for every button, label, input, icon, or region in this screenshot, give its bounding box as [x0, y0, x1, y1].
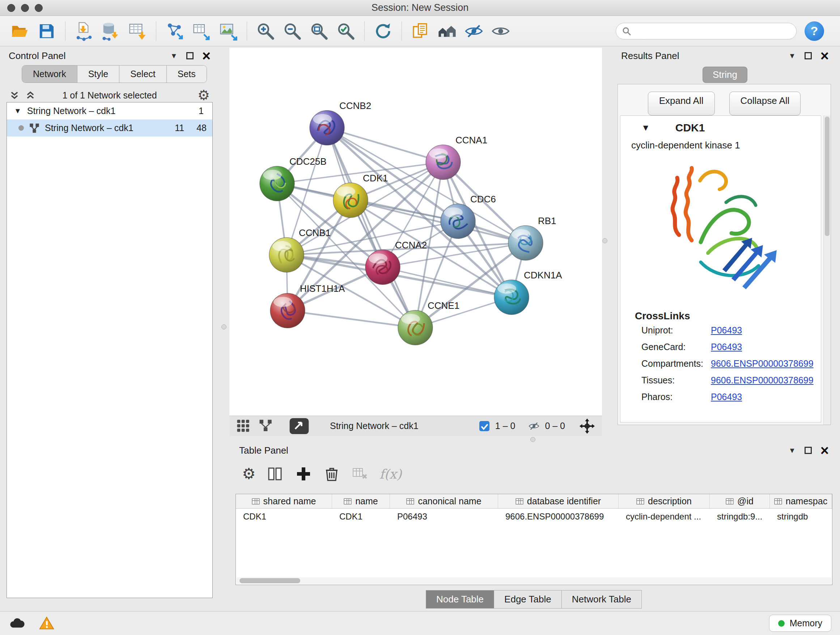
duplicate-network-button[interactable]: [409, 19, 432, 43]
zoom-out-button[interactable]: [280, 19, 304, 43]
panel-float-icon[interactable]: [805, 447, 812, 454]
crosslink-compartments[interactable]: 9606.ENSP00000378699: [711, 358, 813, 369]
network-node-HIST1H1A[interactable]: [270, 293, 305, 328]
help-button[interactable]: ?: [805, 21, 824, 41]
network-row-selected[interactable]: String Network – cdk1 11 48: [7, 119, 212, 136]
tree-expander-icon[interactable]: ▼: [14, 107, 21, 115]
gene-section-header[interactable]: ▼ CDK1: [621, 116, 821, 134]
panel-collapse-icon[interactable]: ▼: [789, 52, 796, 60]
cell-shared-name[interactable]: CDK1: [236, 509, 332, 524]
column-header-name[interactable]: name: [332, 494, 390, 508]
network-node-RB1[interactable]: [508, 226, 543, 260]
column-header-database-identifier[interactable]: database identifier: [498, 494, 619, 508]
crosslink-pharos[interactable]: P06493: [711, 392, 742, 402]
hide-selected-button[interactable]: [462, 19, 486, 43]
expand-all-icon[interactable]: [25, 90, 35, 100]
show-all-button[interactable]: [489, 19, 513, 43]
export-table-button[interactable]: [189, 19, 213, 43]
cell-name[interactable]: CDK1: [332, 509, 390, 524]
cell-canonical-name[interactable]: P06493: [390, 509, 498, 524]
delete-column-icon[interactable]: [323, 465, 340, 483]
first-neighbors-button[interactable]: [435, 19, 459, 43]
add-column-icon[interactable]: [295, 465, 312, 483]
network-graph[interactable]: CCNB2CCNA1CDC25BCDK1CDC6RB1CCNB1CCNA2CDK…: [229, 48, 602, 416]
window-close-button[interactable]: [7, 4, 15, 12]
memory-button[interactable]: Memory: [769, 615, 831, 632]
zoom-fit-button[interactable]: [307, 19, 331, 43]
search-box[interactable]: [616, 23, 797, 40]
tab-network[interactable]: Network: [22, 65, 77, 82]
network-node-CCNA2[interactable]: [365, 250, 400, 285]
hidden-eye-icon[interactable]: [528, 420, 540, 432]
save-session-button[interactable]: [35, 19, 58, 43]
network-overview-icon[interactable]: [258, 418, 273, 434]
network-node-CDC25B[interactable]: [260, 166, 294, 201]
network-node-CCNE1[interactable]: [398, 310, 433, 345]
network-node-CCNB2[interactable]: [309, 111, 344, 145]
import-network-from-database-button[interactable]: [99, 19, 123, 43]
splitter-grip[interactable]: [602, 238, 607, 243]
splitter-grip[interactable]: [221, 325, 226, 329]
crosslink-uniprot[interactable]: P06493: [711, 325, 742, 336]
collapse-all-button[interactable]: Collapse All: [729, 92, 801, 116]
panel-collapse-icon[interactable]: ▼: [789, 447, 796, 455]
export-network-button[interactable]: [163, 19, 187, 43]
selected-checkbox-icon[interactable]: [478, 420, 490, 432]
search-input[interactable]: [635, 26, 790, 36]
column-header-description[interactable]: description: [619, 494, 710, 508]
apply-layout-button[interactable]: [371, 19, 395, 43]
tab-select[interactable]: Select: [119, 65, 166, 82]
zoom-in-button[interactable]: [254, 19, 278, 43]
tab-network-table[interactable]: Network Table: [562, 590, 642, 608]
edge-CCNA2-CDKN1A[interactable]: [383, 267, 512, 297]
network-canvas[interactable]: CCNB2CCNA1CDC25BCDK1CDC6RB1CCNB1CCNA2CDK…: [229, 48, 602, 416]
export-image-button[interactable]: [216, 19, 240, 43]
crosslink-tissues[interactable]: 9606.ENSP00000378699: [711, 375, 813, 386]
edge-CCNB2-CCNE1[interactable]: [327, 128, 415, 328]
cell-database-identifier[interactable]: 9606.ENSP00000378699: [498, 509, 619, 524]
window-zoom-button[interactable]: [35, 4, 43, 12]
expand-all-button[interactable]: Expand All: [648, 92, 715, 116]
panel-close-icon[interactable]: ×: [821, 50, 829, 62]
tab-node-table[interactable]: Node Table: [426, 590, 494, 608]
window-minimize-button[interactable]: [21, 4, 29, 12]
birdseye-grid-icon[interactable]: [236, 418, 251, 434]
network-node-CDK1[interactable]: [333, 183, 368, 218]
cell-namespace[interactable]: stringdb: [770, 509, 832, 524]
panel-close-icon[interactable]: ×: [202, 50, 210, 62]
network-node-CCNA1[interactable]: [426, 145, 461, 180]
gear-icon[interactable]: ⚙: [197, 88, 210, 102]
edge-HIST1H1A-CCNE1[interactable]: [287, 310, 415, 328]
network-node-CDC6[interactable]: [441, 204, 475, 239]
scrollbar-thumb[interactable]: [825, 117, 829, 236]
panel-float-icon[interactable]: [186, 52, 194, 59]
panel-close-icon[interactable]: ×: [821, 445, 829, 456]
network-node-CDKN1A[interactable]: [494, 280, 529, 315]
cell-id[interactable]: stringdb:9...: [710, 509, 770, 524]
tab-style[interactable]: Style: [77, 65, 120, 82]
section-caret-icon[interactable]: ▼: [641, 123, 650, 133]
show-columns-icon[interactable]: [267, 465, 284, 483]
cell-description[interactable]: cyclin-dependent ...: [619, 509, 710, 524]
panel-collapse-icon[interactable]: ▼: [171, 52, 178, 60]
open-in-new-window-button[interactable]: [289, 418, 309, 434]
tab-sets[interactable]: Sets: [167, 65, 207, 82]
results-scrollbar[interactable]: [823, 116, 831, 424]
column-header-namespace[interactable]: namespac: [770, 494, 832, 508]
warning-icon[interactable]: [38, 615, 55, 632]
cloud-icon[interactable]: [9, 615, 25, 632]
column-header-id[interactable]: @id: [710, 494, 770, 508]
tab-string[interactable]: String: [703, 67, 747, 83]
table-row[interactable]: CDK1 CDK1 P06493 9606.ENSP00000378699 cy…: [236, 509, 832, 524]
tab-edge-table[interactable]: Edge Table: [494, 590, 562, 608]
column-header-shared-name[interactable]: shared name: [236, 494, 332, 508]
import-network-from-file-button[interactable]: [72, 19, 96, 43]
import-table-button[interactable]: [126, 19, 149, 43]
network-collection-row[interactable]: ▼ String Network – cdk1 1: [7, 103, 212, 119]
table-horizontal-scrollbar[interactable]: [237, 578, 831, 584]
pan-crosshair-icon[interactable]: [579, 418, 595, 434]
zoom-selected-button[interactable]: [334, 19, 358, 43]
network-node-CCNB1[interactable]: [269, 238, 304, 272]
open-session-button[interactable]: [8, 19, 32, 43]
splitter-grip[interactable]: [531, 437, 535, 442]
